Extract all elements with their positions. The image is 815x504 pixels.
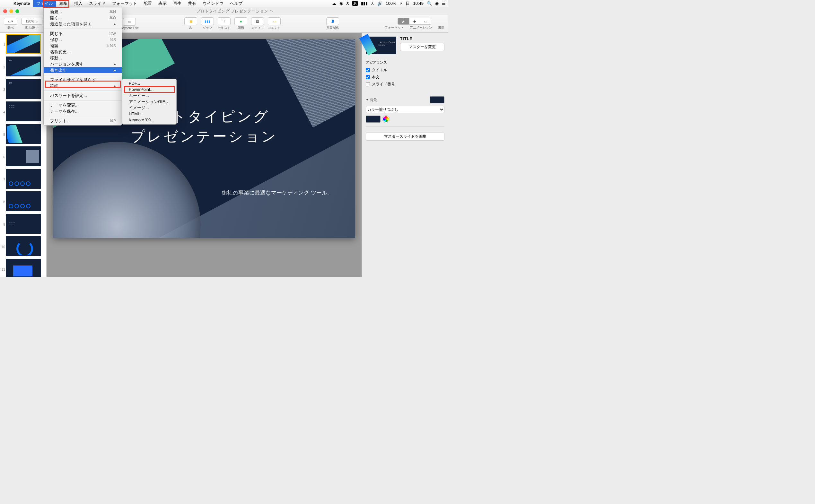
menu-rename[interactable]: 名称変更... <box>44 49 122 55</box>
menu-file[interactable]: ファイル <box>33 0 56 7</box>
title-checkbox[interactable]: タイトル <box>366 67 444 73</box>
media-icon[interactable]: 🖼 <box>251 17 264 25</box>
export-gif[interactable]: アニメーションGIF... <box>122 99 176 105</box>
slide-thumbnail-11[interactable] <box>6 259 41 277</box>
body-checkbox[interactable]: 本文 <box>366 74 444 80</box>
slide-thumbnail-7[interactable] <box>6 169 41 189</box>
keynote-live-label: Keynote Live <box>120 26 139 30</box>
menu-help[interactable]: ヘルプ <box>227 0 246 7</box>
chart-icon[interactable]: ▮▮▮ <box>201 17 214 25</box>
bluetooth-icon[interactable]: ⵅ <box>346 1 349 6</box>
inspector-tabs[interactable]: 🖌 ◆ ▭ <box>398 18 431 25</box>
slide-subtitle[interactable]: 御社の事業に最適なマーケティング ツール。 <box>222 189 333 196</box>
siri-icon[interactable]: ◉ <box>435 1 439 6</box>
menu-format[interactable]: フォーマット <box>109 0 140 7</box>
tab-format[interactable]: 🖌 <box>398 18 409 24</box>
menu-open-recent[interactable]: 最近使った項目を開く <box>44 21 122 27</box>
slide-thumbnail-8[interactable] <box>6 191 41 211</box>
fill-color-swatch[interactable] <box>366 116 381 123</box>
menu-edit[interactable]: 編集 <box>56 0 71 7</box>
accessibility-icon[interactable]: ◉ <box>339 1 343 6</box>
table-icon[interactable]: ▦ <box>184 17 197 25</box>
collaborate-icon[interactable]: 👤 <box>326 17 339 25</box>
menu-arrange[interactable]: 配置 <box>140 0 155 7</box>
ime-indicator[interactable]: あ <box>352 1 358 6</box>
color-picker-icon[interactable] <box>382 116 390 123</box>
export-image[interactable]: イメージ... <box>122 105 176 111</box>
table-label: 表 <box>189 26 192 30</box>
minimize-window-button[interactable] <box>9 9 13 13</box>
shape-icon[interactable]: ■ <box>234 17 247 25</box>
spotlight-icon[interactable]: 🔍 <box>427 1 432 6</box>
menu-slide[interactable]: スライド <box>86 0 109 7</box>
slide-thumbnail-3[interactable]: 概要 <box>6 79 41 99</box>
menu-export[interactable]: 書き出す <box>44 67 122 73</box>
wifi-icon[interactable]: ⋏ <box>371 1 374 6</box>
icloud-icon[interactable]: ☁︎ <box>332 1 336 6</box>
volume-icon[interactable]: 🔊 <box>377 1 382 6</box>
view-button[interactable]: ▭▾ <box>4 18 17 25</box>
text-label: テキスト <box>218 26 231 30</box>
zoom-window-button[interactable] <box>15 9 19 13</box>
close-window-button[interactable] <box>3 9 7 13</box>
menu-insert[interactable]: 挿入 <box>71 0 86 7</box>
clock-day[interactable]: 日 <box>406 1 410 6</box>
background-swatch-large[interactable] <box>430 96 444 103</box>
notification-center-icon[interactable]: ☰ <box>442 1 446 6</box>
menu-move[interactable]: 移動... <box>44 55 122 61</box>
menu-save-theme[interactable]: テーマを保存... <box>44 108 122 114</box>
export-html[interactable]: HTML... <box>122 111 176 117</box>
menu-window[interactable]: ウインドウ <box>199 0 227 7</box>
menu-close[interactable]: 閉じる⌘W <box>44 30 122 37</box>
tab-document[interactable]: ▭ <box>420 18 431 24</box>
menu-advanced[interactable]: 詳細 <box>44 83 122 89</box>
battery-percent: 100% <box>386 1 396 6</box>
menu-change-theme[interactable]: テーマを変更... <box>44 102 122 108</box>
text-icon[interactable]: T <box>218 17 231 25</box>
menu-open[interactable]: 開く...⌘O <box>44 15 122 21</box>
slide-thumbnail-10[interactable] <box>6 236 41 256</box>
menu-save[interactable]: 保存...⌘S <box>44 37 122 43</box>
zoom-label: 拡大/縮小 <box>25 25 39 30</box>
anim-label: アニメーション <box>410 25 432 30</box>
menu-play[interactable]: 再生 <box>170 0 185 7</box>
tab-animate[interactable]: ◆ <box>409 18 420 24</box>
slide-number-checkbox[interactable]: スライド番号 <box>366 82 444 87</box>
menu-share[interactable]: 共有 <box>185 0 199 7</box>
master-preview: これはサンプルテキ ストです。 <box>366 37 396 54</box>
battery-icon[interactable]: ▮▮▮ <box>361 1 368 6</box>
file-menu-dropdown: 新規...⌘N 開く...⌘O 最近使った項目を開く 閉じる⌘W 保存...⌘S… <box>43 7 122 126</box>
clock-time[interactable]: 10:49 <box>413 1 424 6</box>
background-disclosure[interactable]: ▼背景 <box>366 96 444 103</box>
slide-thumbnail-2[interactable]: 概要 <box>6 56 41 76</box>
zoom-popup[interactable]: 120% ⌄ <box>21 18 42 25</box>
keynote-live-icon[interactable]: ▭ <box>123 18 136 26</box>
fill-type-select[interactable]: カラー塗りつぶし <box>366 106 444 113</box>
menu-print[interactable]: プリント...⌘P <box>44 118 122 124</box>
comment-icon[interactable]: ▭ <box>268 17 281 25</box>
export-submenu: PDF... PowerPoint... ムービー... アニメーションGIF.… <box>122 79 177 125</box>
export-movie[interactable]: ムービー... <box>122 92 176 99</box>
shape-label: 図形 <box>238 26 244 30</box>
app-menu[interactable]: Keynote <box>10 0 33 7</box>
export-pdf[interactable]: PDF... <box>122 80 176 86</box>
slide-navigator[interactable]: 1 2概要 3概要 4— — —— — — 5 6 7 8 9〜〜〜〜〜〜〜〜 … <box>0 33 47 277</box>
menu-revert[interactable]: バージョンを戻す <box>44 61 122 67</box>
edit-master-button[interactable]: マスタースライドを編集 <box>366 133 444 141</box>
menu-duplicate[interactable]: 複製⇧⌘S <box>44 43 122 49</box>
slide-thumbnail-6[interactable] <box>6 146 41 166</box>
slide-thumbnail-4[interactable]: — — —— — — <box>6 101 41 121</box>
appearance-heading: アピアランス <box>366 60 444 65</box>
slide-thumbnail-9[interactable]: 〜〜〜〜〜〜〜〜 <box>6 214 41 234</box>
slide-thumbnail-5[interactable] <box>6 124 41 144</box>
doc-label: 書類 <box>438 25 444 30</box>
media-label: メディア <box>251 26 264 30</box>
menu-reduce-size[interactable]: ファイルサイズを減らす... <box>44 77 122 83</box>
change-master-button[interactable]: マスターを変更 <box>400 43 444 51</box>
menu-set-password[interactable]: パスワードを設定... <box>44 92 122 99</box>
menu-new[interactable]: 新規...⌘N <box>44 9 122 15</box>
menu-view[interactable]: 表示 <box>155 0 170 7</box>
export-powerpoint[interactable]: PowerPoint... <box>122 86 176 92</box>
export-keynote09[interactable]: Keynote '09... <box>122 117 176 123</box>
slide-thumbnail-1[interactable] <box>6 34 41 54</box>
